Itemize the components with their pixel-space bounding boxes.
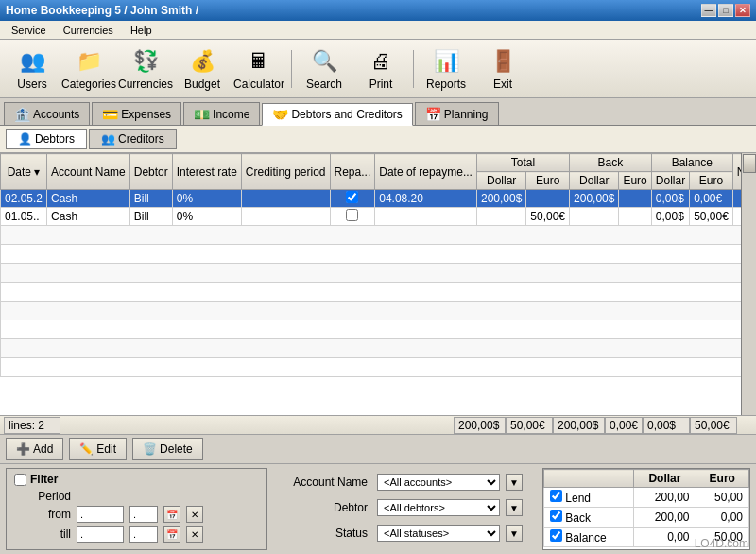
period-row: Period — [14, 490, 259, 503]
till-input[interactable] — [77, 526, 124, 543]
main-container: 🏦 Accounts 💳 Expenses 💵 Income 🤝 Debtors… — [0, 98, 756, 554]
from-input[interactable] — [77, 506, 124, 523]
debtor-dropdown[interactable]: ▼ — [506, 499, 523, 516]
filter-checkbox[interactable] — [14, 474, 26, 486]
toolbar-exit[interactable]: 🚪 Exit — [476, 44, 529, 94]
status-back-dollar: 200,00$ — [553, 417, 605, 434]
toolbar-calculator[interactable]: 🖩 Calculator — [232, 44, 285, 94]
debtors-icon: 👤 — [18, 132, 32, 146]
cell-date-repay — [375, 208, 477, 226]
account-name-row: Account Name <All accounts> ▼ — [283, 474, 527, 491]
toolbar-print[interactable]: 🖨 Print — [354, 44, 407, 94]
account-name-select[interactable]: <All accounts> — [377, 474, 500, 491]
repay-checkbox[interactable] — [346, 209, 358, 221]
status-balance-dollar: 0,00$ — [643, 417, 690, 434]
print-icon: 🖨 — [366, 47, 396, 76]
table-row-empty — [1, 245, 742, 264]
toolbar-categories[interactable]: 📁 Categories — [62, 44, 115, 94]
summary-th-dollar: Dollar — [634, 470, 696, 488]
debtor-select[interactable]: <All debtors> — [377, 499, 500, 516]
cell-back-dollar — [570, 208, 619, 226]
th-total-euro: Euro — [526, 172, 570, 190]
cell-crediting — [241, 190, 330, 208]
table-container: Date ▾ Account Name Debtor Interest rate — [0, 153, 756, 415]
from-clear-btn[interactable]: ✕ — [186, 506, 203, 523]
toolbar-budget[interactable]: 💰 Budget — [176, 44, 229, 94]
th-back-dollar: Dollar — [570, 172, 619, 190]
minimize-button[interactable]: — — [701, 4, 716, 17]
lend-checkbox[interactable] — [550, 490, 562, 502]
summary-table: Dollar Euro Lend 200,00 50,00 — [543, 469, 749, 547]
th-back-euro: Euro — [619, 172, 651, 190]
summary-row-back: Back 200,00 0,00 — [544, 508, 749, 528]
tab-accounts[interactable]: 🏦 Accounts — [4, 102, 90, 125]
cell-balance-dollar: 0,00$ — [651, 190, 689, 208]
search-icon: 🔍 — [309, 47, 339, 76]
table-row-empty — [1, 320, 742, 339]
tab-expenses[interactable]: 💳 Expenses — [92, 102, 181, 125]
status-select[interactable]: <All statuses> — [377, 525, 500, 542]
toolbar-currencies[interactable]: 💱 Currencies — [119, 44, 172, 94]
summary-balance-dollar: 0,00 — [634, 528, 696, 547]
cell-total-euro — [526, 190, 570, 208]
tab-debtors-creditors[interactable]: 🤝 Debtors and Creditors — [262, 103, 412, 126]
till-calendar-btn[interactable]: 📅 — [163, 526, 180, 543]
till-input2[interactable] — [129, 526, 158, 543]
tab-planning[interactable]: 📅 Planning — [415, 102, 499, 125]
title-text: Home Bookkeeping 5 / John Smith / — [6, 4, 198, 17]
status-total-dollar: 200,00$ — [454, 417, 506, 434]
th-balance-group: Balance — [651, 154, 732, 172]
cell-total-dollar — [476, 208, 525, 226]
action-bar: ➕ Add ✏️ Edit 🗑️ Delete — [0, 434, 756, 464]
tab-income[interactable]: 💵 Income — [183, 102, 260, 125]
vertical-scrollbar[interactable] — [741, 153, 756, 415]
table-wrapper[interactable]: Date ▾ Account Name Debtor Interest rate — [0, 153, 741, 415]
close-button[interactable]: ✕ — [735, 4, 750, 17]
status-row: Status <All statuses> ▼ — [283, 525, 527, 542]
edit-button[interactable]: ✏️ Edit — [69, 438, 127, 460]
menu-help[interactable]: Help — [123, 23, 160, 38]
status-label: Status — [283, 527, 368, 540]
calculator-icon: 🖩 — [244, 47, 274, 76]
summary-lend-dollar: 200,00 — [634, 488, 696, 508]
users-icon: 👥 — [17, 47, 47, 76]
subtab-creditors[interactable]: 👥 Creditors — [89, 129, 177, 149]
toolbar-users[interactable]: 👥 Users — [6, 44, 59, 94]
menu-service[interactable]: Service — [4, 23, 54, 38]
cell-debtor: Bill — [129, 190, 172, 208]
summary-balance-label: Balance — [544, 528, 634, 547]
summary-back-dollar: 200,00 — [634, 508, 696, 528]
status-bar: lines: 2 200,00$ 50,00€ 200,00$ 0,00€ 0,… — [0, 415, 756, 434]
reports-icon: 📊 — [431, 47, 461, 76]
status-dropdown[interactable]: ▼ — [506, 525, 523, 542]
currencies-icon: 💱 — [130, 47, 161, 76]
cell-back-euro — [619, 190, 651, 208]
till-clear-btn[interactable]: ✕ — [186, 526, 203, 543]
from-calendar-btn[interactable]: 📅 — [163, 506, 180, 523]
cell-repay — [330, 208, 375, 226]
toolbar-reports[interactable]: 📊 Reports — [420, 44, 472, 94]
table-row[interactable]: 01.05.. Cash Bill 0% 50,00€ — [1, 208, 742, 226]
th-balance-euro: Euro — [690, 172, 733, 190]
menu-currencies[interactable]: Currencies — [56, 23, 121, 38]
maximize-button[interactable]: □ — [718, 4, 733, 17]
balance-checkbox[interactable] — [550, 529, 562, 542]
cell-debtor: Bill — [129, 208, 172, 226]
table-row[interactable]: 02.05.2 Cash Bill 0% 04.08.20 200,00$ 2 — [1, 190, 742, 208]
summary-back-euro: 0,00 — [696, 508, 748, 528]
repay-checkbox[interactable] — [346, 191, 358, 203]
cell-date-repay: 04.08.20 — [375, 190, 477, 208]
back-checkbox[interactable] — [550, 510, 562, 522]
toolbar-search[interactable]: 🔍 Search — [298, 44, 351, 94]
toolbar-separator-1 — [291, 50, 292, 88]
subtab-debtors[interactable]: 👤 Debtors — [6, 129, 87, 149]
add-icon: ➕ — [16, 442, 30, 456]
account-name-dropdown[interactable]: ▼ — [506, 474, 523, 491]
cell-balance-dollar: 0,00$ — [651, 208, 689, 226]
table-row-empty — [1, 358, 742, 377]
from-input2[interactable] — [129, 506, 158, 523]
th-account-name: Account Name — [47, 154, 130, 190]
exit-icon: 🚪 — [488, 47, 518, 76]
add-button[interactable]: ➕ Add — [6, 438, 63, 460]
delete-button[interactable]: 🗑️ Delete — [132, 438, 203, 460]
